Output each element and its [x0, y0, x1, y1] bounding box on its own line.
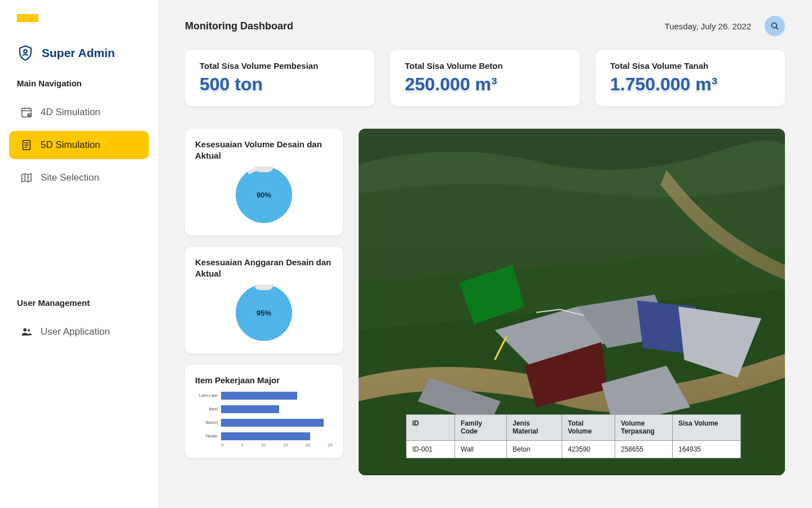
nav-section-main-header: Main Navigation: [0, 78, 158, 88]
sidebar-item-label: 4D Simulation: [41, 107, 100, 118]
bar-chart-card: Item Pekerjaan Major Lain-LainBesiBetonT…: [185, 365, 343, 458]
bar-fill: [221, 432, 310, 440]
bar-category-label: Besi: [195, 406, 218, 411]
sidebar-item-user-application[interactable]: User Application: [9, 318, 149, 346]
page-title: Monitoring Dashboard: [185, 20, 293, 32]
bar-fill: [221, 419, 324, 427]
site-3d-visualization[interactable]: ID Family Code Jenis Material Total Volu…: [359, 129, 785, 475]
bar-chart-axis: 0510152025: [195, 443, 333, 448]
bar-track: [221, 432, 333, 440]
td-jenis-material: Beton: [507, 441, 562, 458]
svg-rect-1: [22, 108, 32, 117]
nav-section-user-mgmt-header: User Management: [0, 298, 158, 308]
td-family-code: Wall: [455, 441, 507, 458]
stat-value: 1.750.000 m³: [610, 74, 770, 95]
map-icon: [20, 172, 33, 184]
stat-card-pembesian: Total Sisa Volume Pembesian 500 ton: [185, 50, 374, 106]
axis-tick: 5: [241, 443, 243, 448]
bar-fill: [221, 405, 279, 413]
gauge-percent-label: 95%: [257, 309, 271, 317]
calendar-play-icon: [20, 106, 33, 119]
table-row: ID-001 Wall Beton 423590 258655 164935: [407, 441, 740, 458]
user-role-label: Super Admin: [42, 46, 115, 60]
th-volume-terpasang: Volume Terpasang: [615, 415, 673, 441]
sidebar-item-site-selection[interactable]: Site Selection: [9, 164, 149, 192]
gauge-title: Kesesuaian Volume Desain dan Aktual: [195, 139, 333, 161]
bar-fill: [221, 392, 297, 400]
document-stack-icon: [20, 139, 33, 151]
bar-track: [221, 405, 333, 413]
td-sisa-volume: 164935: [673, 441, 740, 458]
th-total-volume: Total Volume: [562, 415, 615, 441]
main: Monitoring Dashboard Tuesday, July 26. 2…: [158, 0, 812, 508]
svg-point-6: [771, 23, 776, 28]
svg-point-0: [24, 50, 27, 53]
svg-point-5: [28, 329, 30, 331]
sidebar-item-label: 5D Simulation: [41, 139, 100, 151]
stat-card-beton: Total Sisa Volume Beton 250.000 m³: [390, 50, 580, 106]
topbar: Monitoring Dashboard Tuesday, July 26. 2…: [185, 16, 785, 36]
bar-category-label: Beton: [195, 420, 218, 425]
axis-tick: 0: [221, 443, 223, 448]
date-label: Tuesday, July 26. 2022: [665, 21, 751, 31]
bar-row: Besi: [195, 405, 333, 413]
stat-label: Total Sisa Volume Pembesian: [200, 61, 360, 71]
bar-track: [221, 419, 333, 427]
svg-point-4: [23, 328, 27, 331]
table-header-row: ID Family Code Jenis Material Total Volu…: [407, 415, 740, 441]
user-shield-icon: [17, 45, 34, 62]
search-button[interactable]: [765, 16, 785, 36]
gauge-percent-label: 90%: [257, 191, 271, 199]
search-icon: [770, 21, 780, 31]
td-volume-terpasang: 258655: [615, 441, 673, 458]
logo: [17, 14, 38, 22]
gauge-card-anggaran: Kesesuaian Anggaran Desain dan Aktual 95…: [185, 247, 343, 353]
user-block: Super Admin: [0, 45, 158, 62]
th-jenis-material: Jenis Material: [507, 415, 562, 441]
bar-row: Lain-Lain: [195, 392, 333, 400]
bar-track: [221, 392, 333, 400]
axis-tick: 25: [328, 443, 333, 448]
bar-chart-title: Item Pekerjaan Major: [195, 375, 333, 386]
bar-category-label: Tanah: [195, 433, 218, 439]
users-icon: [20, 326, 33, 338]
axis-tick: 20: [305, 443, 310, 448]
bar-row: Tanah: [195, 432, 333, 440]
td-id: ID-001: [407, 441, 455, 458]
axis-tick: 10: [261, 443, 266, 448]
gauge-anggaran: 95%: [236, 284, 292, 341]
bar-chart: Lain-LainBesiBetonTanah: [195, 392, 333, 440]
th-family-code: Family Code: [455, 415, 507, 441]
gauge-title: Kesesuaian Anggaran Desain dan Aktual: [195, 257, 333, 279]
sidebar-item-label: Site Selection: [41, 172, 99, 183]
stat-label: Total Sisa Volume Tanah: [610, 61, 770, 71]
sidebar-item-label: User Application: [41, 326, 110, 338]
axis-tick: 15: [283, 443, 288, 448]
gauge-card-volume: Kesesuaian Volume Desain dan Aktual 90%: [185, 129, 343, 235]
gauge-volume: 90%: [236, 167, 292, 223]
stat-label: Total Sisa Volume Beton: [405, 61, 565, 71]
material-table: ID Family Code Jenis Material Total Volu…: [406, 414, 741, 458]
bar-row: Beton: [195, 419, 333, 427]
stat-value: 250.000 m³: [405, 74, 565, 95]
th-sisa-volume: Sisa Volume: [673, 415, 740, 441]
sidebar-item-5d-simulation[interactable]: 5D Simulation: [9, 131, 149, 159]
sidebar-item-4d-simulation[interactable]: 4D Simulation: [9, 98, 149, 126]
stat-card-tanah: Total Sisa Volume Tanah 1.750.000 m³: [595, 50, 785, 106]
td-total-volume: 423590: [562, 441, 615, 458]
stat-value: 500 ton: [200, 74, 360, 95]
bar-category-label: Lain-Lain: [195, 393, 218, 398]
th-id: ID: [407, 415, 455, 441]
sidebar: Super Admin Main Navigation 4D Simulatio…: [0, 0, 158, 508]
stats-row: Total Sisa Volume Pembesian 500 ton Tota…: [185, 50, 785, 106]
